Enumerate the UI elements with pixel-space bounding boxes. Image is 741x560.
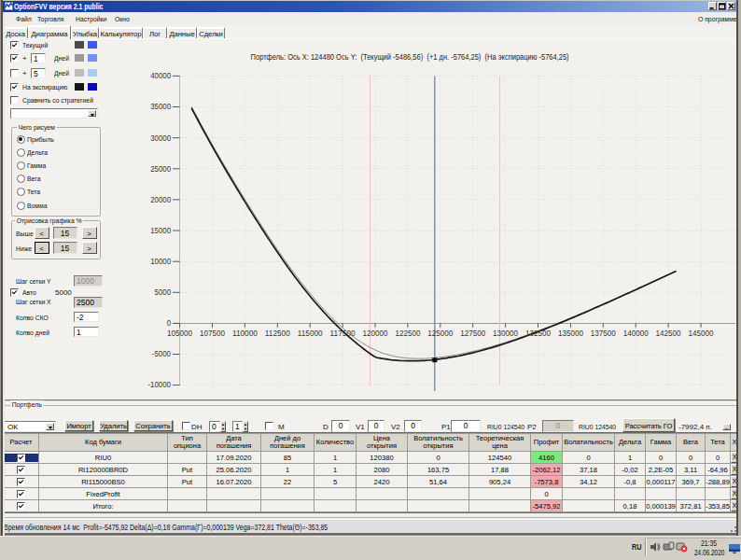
svg-text:15000: 15000	[150, 226, 171, 235]
svg-text:Портфель: Ось X: 124480 Ось Y:: Портфель: Ось X: 124480 Ось Y: (Текущий …	[251, 52, 569, 62]
svg-text:20000: 20000	[150, 195, 171, 204]
svg-text:135000: 135000	[558, 329, 583, 338]
svg-text:-10000: -10000	[147, 380, 171, 389]
svg-text:137500: 137500	[591, 329, 616, 338]
svg-text:130000: 130000	[493, 329, 518, 338]
svg-text:40000: 40000	[150, 71, 171, 80]
svg-text:110000: 110000	[232, 329, 258, 338]
svg-text:25000: 25000	[150, 164, 171, 174]
svg-text:0: 0	[167, 318, 171, 328]
svg-text:127500: 127500	[460, 329, 485, 338]
svg-text:132500: 132500	[525, 329, 551, 338]
svg-text:122500: 122500	[395, 329, 420, 338]
svg-text:120000: 120000	[363, 329, 388, 338]
svg-text:30000: 30000	[150, 133, 171, 143]
svg-text:125000: 125000	[427, 329, 453, 338]
svg-text:10000: 10000	[150, 257, 171, 266]
svg-text:35000: 35000	[150, 102, 171, 111]
svg-text:115000: 115000	[298, 329, 323, 338]
svg-text:105000: 105000	[167, 329, 192, 338]
svg-text:145000: 145000	[689, 329, 714, 338]
svg-text:-5000: -5000	[152, 349, 171, 358]
svg-text:142500: 142500	[656, 329, 681, 338]
svg-text:117500: 117500	[330, 329, 356, 338]
svg-text:140000: 140000	[623, 329, 649, 338]
svg-text:107500: 107500	[200, 329, 225, 338]
svg-text:5000: 5000	[155, 287, 171, 297]
svg-text:112500: 112500	[265, 329, 290, 338]
